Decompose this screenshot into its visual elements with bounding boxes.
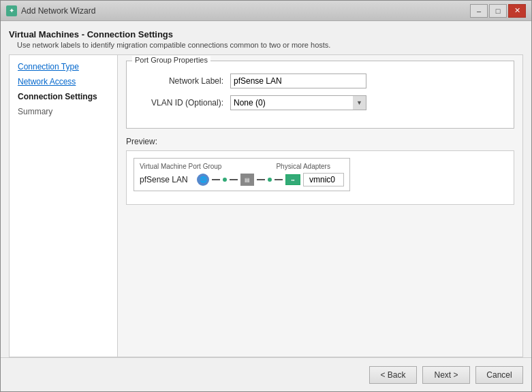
vm-port-group-header: Virtual Machine Port Group <box>140 163 221 170</box>
back-button[interactable]: < Back <box>369 366 417 384</box>
switch-icon: ▤ <box>240 174 254 186</box>
sidebar-item-connection-settings: Connection Settings <box>15 91 112 103</box>
page-title: Virtual Machines - Connection Settings <box>9 29 523 39</box>
footer: < Back Next > Cancel <box>1 357 531 391</box>
page-description: Use network labels to identify migration… <box>9 41 523 49</box>
preview-network-row: pfSense LAN 🌐 ▤ ▪▪ vmnic0 <box>140 173 344 186</box>
vlan-id-row: VLAN ID (Optional): None (0) 1 2 3 4095 … <box>135 95 505 110</box>
window-body: Virtual Machines - Connection Settings U… <box>1 21 531 357</box>
title-bar: ✦ Add Network Wizard – □ ✕ <box>1 1 531 21</box>
vlan-select[interactable]: None (0) 1 2 3 4095 (All) <box>230 95 366 110</box>
connector-dot-2 <box>268 178 272 182</box>
app-icon: ✦ <box>6 5 17 16</box>
next-button[interactable]: Next > <box>422 366 470 384</box>
globe-icon: 🌐 <box>197 174 209 186</box>
network-label-text: Network Label: <box>135 76 230 86</box>
vlan-label-text: VLAN ID (Optional): <box>135 98 230 108</box>
port-group-properties-box: Port Group Properties Network Label: VLA… <box>126 61 514 129</box>
preview-inner: Virtual Machine Port Group Physical Adap… <box>134 158 350 191</box>
close-button[interactable]: ✕ <box>508 4 526 18</box>
preview-box: Virtual Machine Port Group Physical Adap… <box>126 150 514 205</box>
main-content: Port Group Properties Network Label: VLA… <box>118 54 523 357</box>
cancel-button[interactable]: Cancel <box>475 366 523 384</box>
preview-section: Preview: Virtual Machine Port Group Phys… <box>126 137 514 205</box>
title-bar-left: ✦ Add Network Wizard <box>6 5 95 16</box>
title-bar-controls: – □ ✕ <box>470 4 526 18</box>
sidebar-item-network-access[interactable]: Network Access <box>15 76 112 88</box>
window-title: Add Network Wizard <box>21 6 95 16</box>
group-box-title: Port Group Properties <box>132 56 210 64</box>
main-window: ✦ Add Network Wizard – □ ✕ Virtual Machi… <box>0 0 532 392</box>
physical-adapters-header: Physical Adapters <box>276 163 330 170</box>
preview-label: Preview: <box>126 137 514 146</box>
adapter-icon: ▪▪ <box>285 174 300 185</box>
connector-line-4 <box>275 179 283 180</box>
content-area: Connection Type Network Access Connectio… <box>9 54 523 357</box>
network-label-row: Network Label: <box>135 74 505 88</box>
preview-network-name: pfSense LAN <box>140 175 194 184</box>
maximize-button[interactable]: □ <box>489 4 507 18</box>
sidebar: Connection Type Network Access Connectio… <box>9 54 118 357</box>
preview-adapter-name: vmnic0 <box>303 173 344 186</box>
sidebar-item-connection-type[interactable]: Connection Type <box>15 61 112 73</box>
page-header: Virtual Machines - Connection Settings U… <box>9 29 523 49</box>
connector-dot-1 <box>223 178 227 182</box>
sidebar-item-summary: Summary <box>15 105 112 118</box>
network-label-input[interactable] <box>230 74 366 88</box>
preview-headers: Virtual Machine Port Group Physical Adap… <box>140 163 344 170</box>
minimize-button[interactable]: – <box>470 4 488 18</box>
connector-line-2 <box>230 179 238 180</box>
connector-line-3 <box>257 179 265 180</box>
connector-line-1 <box>212 179 220 180</box>
vlan-select-wrapper: None (0) 1 2 3 4095 (All) ▼ <box>230 95 366 110</box>
